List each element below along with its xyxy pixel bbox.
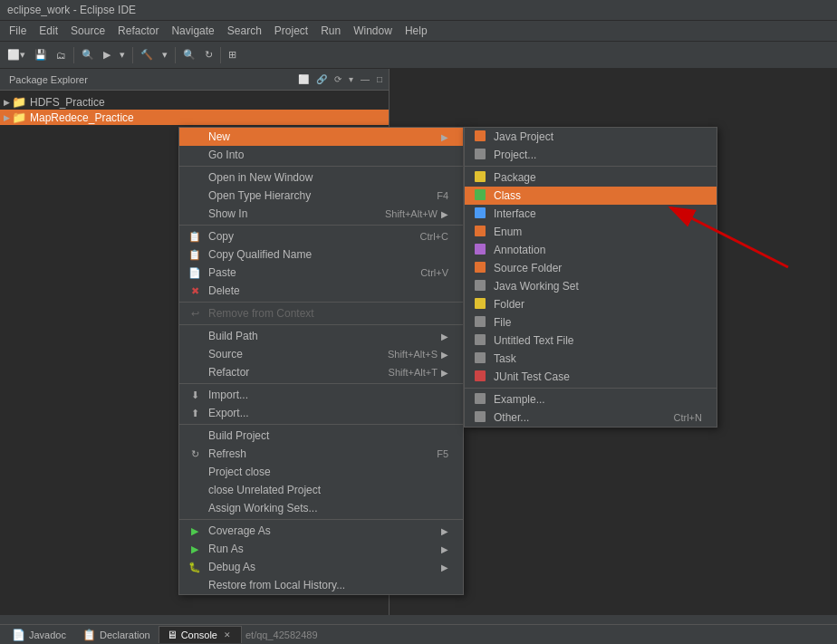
- menu-edit[interactable]: Edit: [34, 23, 63, 39]
- package-explorer-tab-label: Package Explorer: [4, 72, 93, 87]
- ctx-item-source[interactable]: Source Shift+Alt+S ▶: [179, 345, 463, 363]
- tree-icon-mapreduce: 📁: [12, 111, 26, 124]
- tab-ctrl-minimize[interactable]: —: [358, 73, 372, 85]
- sub-item-java-project[interactable]: Java Project: [465, 128, 717, 146]
- tab-ctrl-maximize[interactable]: □: [374, 73, 385, 85]
- sub-item-package[interactable]: Package: [465, 168, 717, 187]
- ctx-item-new[interactable]: New ▶: [179, 128, 463, 146]
- tab-javadoc[interactable]: 📄 Javadoc: [4, 626, 74, 644]
- ctx-item-delete[interactable]: ✖ Delete: [179, 282, 463, 300]
- menu-refactor[interactable]: Refactor: [112, 23, 164, 39]
- sub-item-example[interactable]: Example...: [465, 390, 717, 409]
- sub-item-annotation[interactable]: Annotation: [465, 241, 717, 259]
- sub-item-untitled-text-file[interactable]: Untitled Text File: [465, 332, 717, 350]
- sub-item-enum[interactable]: Enum: [465, 223, 717, 241]
- menu-search[interactable]: Search: [222, 23, 267, 39]
- ctx-sep-7: [179, 519, 463, 520]
- ctx-item-open-type-hierarchy[interactable]: Open Type Hierarchy F4: [179, 187, 463, 205]
- ctx-item-debug-as[interactable]: 🐛 Debug As ▶: [179, 558, 463, 576]
- ctx-item-copy-qualified-name[interactable]: 📋 Copy Qualified Name: [179, 245, 463, 264]
- ctx-label-import: Import...: [208, 389, 448, 401]
- javadoc-icon: 📄: [12, 629, 25, 641]
- ctx-item-refresh[interactable]: ↻ Refresh F5: [179, 445, 463, 463]
- title-bar: eclipse_work - Eclipse IDE: [0, 0, 837, 21]
- ctx-label-refresh: Refresh: [208, 447, 418, 460]
- menu-window[interactable]: Window: [348, 23, 398, 39]
- ctx-label-copy-qualified-name: Copy Qualified Name: [208, 248, 448, 261]
- console-path: et/qq_42582489: [245, 630, 318, 640]
- ctx-item-build-path[interactable]: Build Path ▶: [179, 327, 463, 345]
- ctx-item-go-into[interactable]: Go Into: [179, 146, 463, 164]
- ctx-item-open-new-window[interactable]: Open in New Window: [179, 168, 463, 187]
- sub-item-source-folder[interactable]: Source Folder: [465, 259, 717, 277]
- sub-sep-2: [465, 388, 717, 389]
- ctx-item-paste[interactable]: 📄 Paste Ctrl+V: [179, 264, 463, 282]
- menu-project[interactable]: Project: [269, 23, 313, 39]
- ctx-item-restore-local-history[interactable]: Restore from Local History...: [179, 576, 463, 594]
- toolbar-debug[interactable]: 🔍: [78, 47, 98, 62]
- tab-ctrl-menu[interactable]: ▾: [346, 73, 356, 85]
- ctx-item-import[interactable]: ⬇ Import...: [179, 386, 463, 404]
- ctx-label-restore-local-history: Restore from Local History...: [208, 579, 448, 591]
- tab-console-close[interactable]: ✕: [221, 630, 234, 640]
- toolbar-build[interactable]: 🔨: [137, 47, 157, 62]
- ctx-item-close-unrelated[interactable]: close Unrelated Project: [179, 481, 463, 499]
- tree-arrow-hdfs: ▶: [4, 98, 10, 107]
- ctx-label-close-unrelated: close Unrelated Project: [208, 484, 448, 496]
- ctx-label-go-into: Go Into: [208, 149, 448, 161]
- toolbar-build-dropdown[interactable]: ▾: [159, 47, 171, 62]
- sub-item-task[interactable]: Task: [465, 350, 717, 368]
- toolbar-refresh[interactable]: ↻: [201, 47, 216, 62]
- ctx-label-paste: Paste: [208, 266, 402, 279]
- ctx-item-build-project[interactable]: Build Project: [179, 427, 463, 445]
- menu-run[interactable]: Run: [315, 23, 346, 39]
- menu-file[interactable]: File: [4, 23, 32, 39]
- toolbar-search[interactable]: 🔍: [179, 47, 199, 62]
- ctx-item-copy[interactable]: 📋 Copy Ctrl+C: [179, 227, 463, 245]
- ctx-icon-delete: ✖: [187, 285, 203, 297]
- sub-item-class[interactable]: Class: [465, 187, 717, 205]
- tree-item-hdfs[interactable]: ▶ 📁 HDFS_Practice: [0, 94, 389, 110]
- toolbar-save-all[interactable]: 🗂: [53, 48, 70, 62]
- sub-item-file[interactable]: File: [465, 313, 717, 332]
- ctx-label-show-in: Show In: [208, 207, 367, 220]
- ctx-icon-copy: 📋: [187, 231, 203, 243]
- ctx-item-refactor[interactable]: Refactor Shift+Alt+T ▶: [179, 363, 463, 381]
- tab-declaration[interactable]: 📋 Declaration: [74, 626, 159, 644]
- tab-console[interactable]: 🖥 Console ✕: [159, 626, 242, 643]
- toolbar-run-dropdown[interactable]: ▾: [116, 47, 129, 62]
- sub-icon-other: [472, 411, 488, 424]
- tree-item-mapreduce[interactable]: ▶ 📁 MapRedece_Practice: [0, 110, 389, 125]
- toolbar-new[interactable]: ⬜▾: [4, 47, 29, 62]
- tab-ctrl-sync[interactable]: ⟳: [332, 73, 344, 85]
- sub-item-folder[interactable]: Folder: [465, 295, 717, 313]
- tab-ctrl-collapse[interactable]: ⬜: [295, 73, 312, 85]
- tree-arrow-mapreduce: ▶: [4, 113, 10, 122]
- ctx-item-close-project[interactable]: Project close: [179, 463, 463, 481]
- toolbar-perspective[interactable]: ⊞: [225, 47, 240, 62]
- menu-navigate[interactable]: Navigate: [166, 23, 219, 39]
- ctx-item-show-in[interactable]: Show In Shift+Alt+W ▶: [179, 205, 463, 223]
- sub-item-junit-test-case[interactable]: JUnit Test Case: [465, 368, 717, 386]
- sub-item-interface[interactable]: Interface: [465, 205, 717, 223]
- ctx-label-copy: Copy: [208, 230, 402, 243]
- menu-source[interactable]: Source: [65, 23, 111, 39]
- sub-item-other[interactable]: Other... Ctrl+N: [465, 409, 717, 427]
- ctx-item-coverage-as[interactable]: ▶ Coverage As ▶: [179, 522, 463, 540]
- ctx-arrow-new: ▶: [441, 132, 448, 142]
- ctx-label-assign-working-sets: Assign Working Sets...: [208, 502, 448, 514]
- ctx-item-run-as[interactable]: ▶ Run As ▶: [179, 540, 463, 558]
- toolbar-sep-2: [132, 47, 133, 63]
- tab-ctrl-link[interactable]: 🔗: [313, 73, 330, 85]
- ctx-icon-paste: 📄: [187, 267, 203, 279]
- sub-item-java-working-set[interactable]: Java Working Set: [465, 277, 717, 295]
- menu-help[interactable]: Help: [399, 23, 433, 39]
- sub-icon-class: [472, 189, 488, 202]
- ctx-item-export[interactable]: ⬆ Export...: [179, 404, 463, 422]
- ctx-label-run-as: Run As: [208, 543, 438, 555]
- toolbar-run[interactable]: ▶: [100, 47, 114, 62]
- ctx-item-assign-working-sets[interactable]: Assign Working Sets...: [179, 499, 463, 517]
- sub-icon-interface: [472, 207, 488, 220]
- sub-item-project[interactable]: Project...: [465, 146, 717, 164]
- toolbar-save[interactable]: 💾: [31, 47, 51, 62]
